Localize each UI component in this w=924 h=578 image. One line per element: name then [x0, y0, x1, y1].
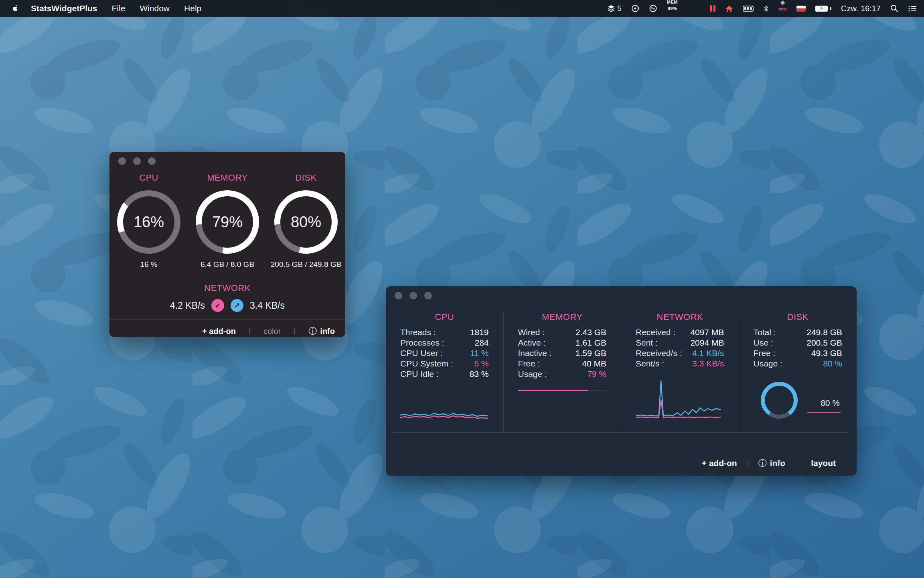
- memory-ring-chart: 79%: [196, 190, 259, 254]
- spotlight-menu-item[interactable]: [890, 0, 898, 17]
- cpu-history-sparkline: [400, 409, 489, 423]
- pause-status-item[interactable]: [710, 0, 715, 17]
- stat-row: Wired :2.43 GB: [518, 327, 607, 338]
- menubar: StatsWidgetPlus File Window Help 5 MEM 8…: [0, 0, 924, 17]
- network-history-chart: [636, 377, 724, 421]
- bluetooth-menu-item[interactable]: [763, 0, 769, 17]
- menu-window[interactable]: Window: [140, 4, 170, 13]
- network-speeds-row: 4.2 KB/s ↙ ↗ 3.4 KB/s: [109, 299, 345, 312]
- stat-row: Received :4097 MB: [636, 327, 724, 338]
- cpu-ring-value: 16%: [117, 190, 180, 254]
- network-upload-speed: 3.4 KB/s: [250, 300, 285, 311]
- desktop: StatsWidgetPlus File Window Help 5 MEM 8…: [0, 0, 924, 578]
- memory-column-title: MEMORY: [518, 312, 607, 322]
- stats-widget-details-window: CPU Threads :1819 Processes :284 CPU Use…: [386, 286, 857, 476]
- memory-status-item[interactable]: MEM 89%: [667, 0, 678, 17]
- cpu-column: CPU Threads :1819 Processes :284 CPU Use…: [386, 312, 504, 432]
- stats-grid: CPU Threads :1819 Processes :284 CPU Use…: [386, 312, 857, 432]
- cpu-column-title: CPU: [400, 312, 489, 322]
- network-download-speed: 4.2 KB/s: [170, 300, 205, 311]
- memory-ring-value: 79%: [196, 190, 259, 254]
- color-button[interactable]: color: [263, 327, 281, 336]
- search-icon: [890, 4, 898, 12]
- info-button[interactable]: ⓘ info: [758, 458, 785, 469]
- cpu-gauge-sub: 16 %: [140, 260, 157, 269]
- input-language-menu-item[interactable]: [796, 0, 806, 17]
- shutter-icon: [631, 4, 639, 12]
- layers-status-item[interactable]: 5: [607, 0, 622, 17]
- cpu-gauge-title: CPU: [139, 173, 158, 183]
- memory-usage-bar: [518, 390, 607, 391]
- home-menu-item[interactable]: [725, 0, 733, 17]
- close-button[interactable]: [118, 157, 126, 165]
- disk-ring-chart: 80%: [274, 190, 338, 254]
- network-column-title: NETWORK: [636, 312, 724, 322]
- pause-icon: [710, 5, 712, 12]
- pro-app-menu-item[interactable]: ◆ PRO: [778, 0, 787, 17]
- memory-gauge-sub: 6.4 GB / 8.0 GB: [201, 260, 254, 269]
- bluetooth-icon: [763, 5, 769, 12]
- info-button[interactable]: ⓘ info: [308, 326, 335, 337]
- cpu-gauge: CPU 16% 16 %: [109, 173, 188, 269]
- list-icon: [908, 5, 917, 12]
- disk-gauge: DISK 80% 200.5 GB / 249.8 GB: [267, 173, 345, 269]
- disk-gauge-sub: 200.5 GB / 249.8 GB: [271, 260, 341, 269]
- shutter-menu-item[interactable]: [631, 0, 639, 17]
- divider: [394, 432, 849, 433]
- stat-row: Usage :79 %: [518, 369, 607, 379]
- pro-badge-label: PRO: [778, 7, 787, 12]
- widget-footer: + add-on color ⓘ info: [109, 320, 345, 343]
- diamond-icon: ◆: [780, 0, 785, 5]
- widget-footer: + add-on ⓘ info layout: [386, 451, 857, 476]
- menubar-app-name[interactable]: StatsWidgetPlus: [31, 4, 97, 13]
- add-on-button[interactable]: + add-on: [702, 458, 737, 468]
- disk-gauge-title: DISK: [295, 173, 316, 183]
- stat-row: Inactive :1.59 GB: [518, 348, 607, 358]
- memory-column: MEMORY Wired :2.43 GB Active :1.61 GB In…: [504, 312, 622, 432]
- layers-count: 5: [617, 4, 622, 13]
- stat-row: Use :200.5 GB: [754, 338, 843, 348]
- add-on-button[interactable]: + add-on: [202, 327, 236, 336]
- creative-cloud-icon: [649, 4, 657, 12]
- stat-row: Free :49.3 GB: [754, 348, 843, 358]
- stat-row: Threads :1819: [400, 327, 489, 338]
- battery-menu-item[interactable]: ⚡: [815, 0, 831, 17]
- mem-label: MEM: [667, 0, 678, 4]
- zoom-button[interactable]: [424, 292, 432, 299]
- layout-button[interactable]: layout: [811, 458, 836, 468]
- disk-usage-donut: [761, 382, 798, 419]
- list-menu-item[interactable]: [908, 0, 917, 17]
- minimize-button[interactable]: [133, 157, 141, 165]
- divider: [109, 278, 345, 278]
- disk-column-title: DISK: [754, 312, 843, 322]
- layers-icon: [607, 4, 615, 12]
- device-battery-menu-item[interactable]: [743, 0, 754, 17]
- creative-cloud-menu-item[interactable]: [649, 0, 657, 17]
- menu-file[interactable]: File: [112, 4, 126, 13]
- stat-row: CPU Idle :83 %: [400, 369, 489, 379]
- download-arrow-icon: ↙: [211, 299, 224, 312]
- menubar-clock[interactable]: Czw. 16:17: [841, 0, 881, 17]
- network-section-title: NETWORK: [109, 283, 345, 293]
- network-column: NETWORK Received :4097 MB Sent :2094 MB …: [621, 312, 739, 432]
- stat-row: Active :1.61 GB: [518, 338, 607, 348]
- menu-help[interactable]: Help: [184, 4, 201, 13]
- zoom-button[interactable]: [148, 157, 156, 165]
- disk-ring-value: 80%: [274, 190, 338, 254]
- stat-row: Processes :284: [400, 338, 489, 348]
- stat-row: Sent/s :3.3 KB/s: [636, 358, 724, 369]
- memory-gauge-title: MEMORY: [207, 173, 248, 183]
- minimize-button[interactable]: [409, 292, 417, 299]
- stat-row: Sent :2094 MB: [636, 338, 724, 348]
- gauges-row: CPU 16% 16 % MEMORY 79% 6.4 GB / 8.0 GB …: [109, 152, 345, 269]
- menubar-left: StatsWidgetPlus File Window Help: [12, 4, 201, 13]
- apple-menu[interactable]: [12, 4, 20, 13]
- stat-row: Usage :80 %: [754, 358, 843, 369]
- polish-flag-icon: [796, 6, 806, 12]
- stat-row: CPU System :5 %: [400, 358, 489, 369]
- memory-gauge: MEMORY 79% 6.4 GB / 8.0 GB: [188, 173, 267, 269]
- close-button[interactable]: [395, 292, 402, 299]
- menubar-status-area: 5 MEM 89%: [607, 0, 917, 17]
- info-label: info: [770, 458, 785, 468]
- info-icon: ⓘ: [308, 326, 317, 337]
